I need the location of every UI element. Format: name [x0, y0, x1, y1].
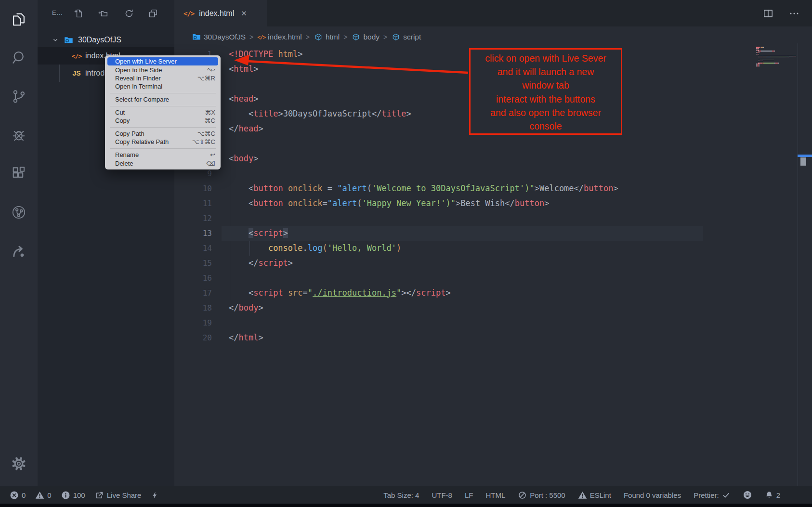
status-item-live-share[interactable]: Live Share: [95, 491, 142, 500]
code-line: 14 console.log('Hello, World'): [174, 241, 812, 256]
slash-icon: [518, 491, 527, 500]
tree-item-root-folder[interactable]: 30DaysOfJS: [38, 31, 174, 49]
code-line: 11 <button onclick="alert('Happy New Yea…: [174, 196, 812, 211]
line-number: 17: [174, 286, 212, 300]
menu-item-label: Delete: [115, 160, 133, 167]
breadcrumb-label: body: [363, 33, 380, 41]
chevron-down-icon: [51, 36, 60, 44]
code-line: 18</body>: [174, 300, 812, 315]
breadcrumb-label: html: [326, 33, 340, 41]
status-item-eslint[interactable]: ESLint: [578, 491, 611, 500]
new-file-icon[interactable]: [74, 8, 84, 19]
smiley-icon: [743, 490, 752, 500]
breadcrumb-item-index.html[interactable]: </>index.html: [257, 33, 302, 41]
remote-icon[interactable]: [11, 204, 27, 221]
code-text: </html>: [229, 330, 263, 345]
annotation-line: click on open with Live Sever: [471, 52, 621, 65]
bottom-strip: [0, 504, 812, 507]
html-file-icon: </>: [69, 52, 84, 60]
menu-item-open-in-terminal[interactable]: Open in Terminal: [105, 82, 221, 91]
line-number: 20: [174, 330, 212, 345]
warning-icon: [578, 491, 587, 500]
vscode-window: { "activity_bar": { "icons": [ {"name": …: [0, 0, 812, 507]
code-text: <title>30DaysOfJavaScript</title>: [229, 106, 411, 121]
status-item-prettier-[interactable]: Prettier:: [694, 491, 730, 499]
breadcrumb-item-html[interactable]: html: [314, 32, 340, 42]
status-item-lightning[interactable]: [151, 490, 159, 500]
run-debug-icon[interactable]: [11, 127, 27, 143]
code-line: 8<body>: [174, 151, 812, 166]
breadcrumb-item-30DaysOfJS[interactable]: 30DaysOfJS: [192, 32, 246, 42]
folder-icon: [192, 32, 201, 42]
code-line: 20</html>: [174, 330, 812, 345]
warning-icon: [35, 491, 44, 500]
code-text: </script>: [229, 256, 293, 271]
source-control-icon[interactable]: [11, 88, 27, 104]
code-text: <button onclick="alert('Happy New Year!'…: [229, 196, 549, 211]
menu-item-copy-relative-path[interactable]: Copy Relative Path⌥⇧⌘C: [105, 138, 221, 146]
status-item-0[interactable]: 0: [35, 491, 51, 500]
annotation-line: interact with the buttons: [471, 92, 621, 106]
collapse-all-icon[interactable]: [148, 8, 158, 19]
status-item-smiley[interactable]: [743, 490, 752, 500]
code-text: <head>: [229, 91, 258, 106]
more-actions-icon[interactable]: [788, 8, 800, 19]
code-line: 10 <button onclick = "alert('Welcome to …: [174, 181, 812, 196]
menu-item-cut[interactable]: Cut⌘X: [105, 108, 221, 117]
status-item-100[interactable]: 100: [61, 491, 85, 500]
menu-item-select-for-compare[interactable]: Select for Compare: [105, 95, 221, 104]
status-item-utf-8[interactable]: UTF-8: [432, 491, 452, 499]
html-file-icon: </>: [257, 34, 265, 40]
close-tab-icon[interactable]: ✕: [241, 9, 247, 18]
breadcrumb-separator: >: [306, 33, 310, 41]
menu-item-open-to-the-side[interactable]: Open to the Side^↩: [105, 65, 221, 74]
status-item-tab-size-4[interactable]: Tab Size: 4: [383, 491, 419, 499]
tab-index-html[interactable]: </> index.html ✕: [174, 0, 267, 26]
status-item-lf[interactable]: LF: [465, 491, 473, 499]
status-label: 0: [47, 491, 51, 499]
code-text: <body>: [229, 151, 258, 166]
live-share-icon[interactable]: [11, 243, 27, 260]
explorer-icon[interactable]: [11, 11, 27, 27]
status-item-found-0-variables[interactable]: Found 0 variables: [624, 491, 681, 499]
status-item-html[interactable]: HTML: [485, 491, 505, 499]
status-item-0[interactable]: 0: [10, 491, 26, 500]
menu-item-delete[interactable]: Delete⌫: [105, 159, 221, 167]
refresh-icon[interactable]: [124, 8, 134, 19]
line-number: 12: [174, 211, 212, 226]
root-folder-label: 30DaysOfJS: [78, 36, 121, 44]
code-line: 13 <script>: [174, 226, 812, 241]
breadcrumb-label: index.html: [268, 33, 302, 41]
status-item-2[interactable]: 2: [765, 490, 780, 500]
menu-separator: [110, 106, 216, 106]
menu-item-open-with-live-server[interactable]: Open with Live Server: [107, 57, 218, 65]
js-file-icon: JS: [69, 69, 84, 78]
new-folder-icon[interactable]: [98, 8, 108, 19]
explorer-title: E…: [52, 9, 63, 16]
line-number: 18: [174, 300, 212, 315]
menu-item-label: Open to the Side: [115, 66, 162, 74]
status-label: Live Share: [107, 491, 142, 499]
menu-item-copy[interactable]: Copy⌘C: [105, 117, 221, 125]
bell-icon: [765, 490, 773, 500]
current-line-highlight: [222, 226, 703, 241]
search-icon[interactable]: [11, 50, 27, 66]
breadcrumb-item-script[interactable]: script: [391, 32, 421, 42]
status-label: LF: [465, 491, 473, 499]
extensions-icon[interactable]: [11, 165, 27, 182]
menu-item-copy-path[interactable]: Copy Path⌥⌘C: [105, 130, 221, 138]
line-number: 13: [174, 226, 212, 241]
menu-item-rename[interactable]: Rename↩: [105, 151, 221, 159]
breadcrumb-item-body[interactable]: body: [351, 32, 380, 42]
status-item-port-5500[interactable]: Port : 5500: [518, 491, 565, 500]
line-number: 14: [174, 241, 212, 256]
symbol-cube-icon: [391, 32, 401, 42]
check-icon: [722, 491, 730, 499]
breadcrumb-label: 30DaysOfJS: [204, 33, 246, 41]
split-editor-icon[interactable]: [762, 8, 774, 19]
menu-item-label: Cut: [115, 109, 125, 116]
breadcrumb: 30DaysOfJS></>index.html>html>body>scrip…: [192, 31, 421, 43]
menu-item-label: Copy Path: [115, 130, 144, 137]
menu-item-reveal-in-finder[interactable]: Reveal in Finder⌥⌘R: [105, 74, 221, 82]
settings-icon[interactable]: [11, 455, 27, 472]
